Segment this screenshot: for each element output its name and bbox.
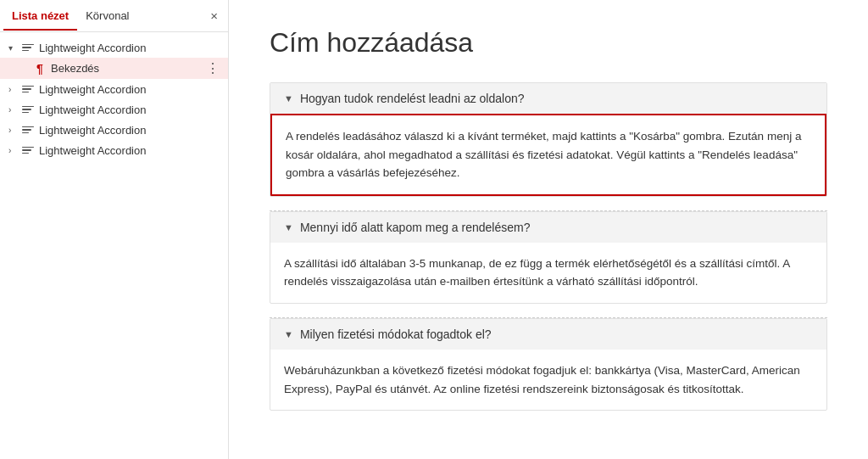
- list-icon-3: [20, 106, 36, 114]
- list-icon-0: [20, 44, 36, 52]
- accordion-header-text-1: Hogyan tudok rendelést leadni az oldalon…: [300, 92, 525, 105]
- sidebar-item-label-1: Bekezdés: [51, 62, 203, 75]
- sidebar: Lista nézet Körvonal × ▾ Lightweight Acc…: [0, 0, 229, 459]
- accordion-item-2: ▼ Mennyi idő alatt kapom meg a rendelése…: [270, 211, 827, 304]
- list-icon-5: [20, 147, 36, 154]
- accordion-header-1[interactable]: ▼ Hogyan tudok rendelést leadni az oldal…: [270, 83, 826, 114]
- accordion-arrow-1: ▼: [284, 93, 293, 104]
- accordion-header-text-2: Mennyi idő alatt kapom meg a rendelésem?: [300, 221, 531, 234]
- sidebar-item-1[interactable]: ¶ Bekezdés ⋮: [0, 58, 228, 79]
- accordion-header-3[interactable]: ▼ Milyen fizetési módokat fogadtok el?: [270, 319, 826, 350]
- toggle-icon-0: ▾: [8, 43, 20, 53]
- list-icon-4: [20, 126, 36, 134]
- sidebar-item-0[interactable]: ▾ Lightweight Accordion: [0, 37, 228, 58]
- accordion-item-3: ▼ Milyen fizetési módokat fogadtok el? W…: [270, 318, 827, 411]
- item-menu-1[interactable]: ⋮: [203, 60, 223, 76]
- accordion-header-text-3: Milyen fizetési módokat fogadtok el?: [300, 327, 492, 341]
- sidebar-item-label-3: Lightweight Accordion: [39, 104, 223, 116]
- para-icon-1: ¶: [32, 62, 47, 76]
- accordion-body-2[interactable]: A szállítási idő általában 3-5 munkanap,…: [270, 243, 826, 303]
- tab-korvonal[interactable]: Körvonal: [77, 3, 137, 31]
- toggle-icon-5: ›: [8, 146, 20, 155]
- sidebar-item-4[interactable]: › Lightweight Accordion: [0, 120, 228, 140]
- main-content: Cím hozzáadása ▼ Hogyan tudok rendelést …: [229, 0, 868, 459]
- accordion-arrow-3: ▼: [284, 329, 293, 339]
- page-title: Cím hozzáadása: [270, 27, 827, 59]
- toggle-icon-3: ›: [8, 105, 20, 115]
- sidebar-item-2[interactable]: › Lightweight Accordion: [0, 79, 228, 99]
- toggle-icon-4: ›: [8, 126, 20, 135]
- sidebar-item-5[interactable]: › Lightweight Accordion: [0, 140, 228, 160]
- close-sidebar-button[interactable]: ×: [203, 5, 225, 26]
- sidebar-item-label-0: Lightweight Accordion: [39, 42, 223, 54]
- tab-lista[interactable]: Lista nézet: [3, 3, 77, 31]
- toggle-icon-2: ›: [8, 85, 20, 94]
- accordion-header-2[interactable]: ▼ Mennyi idő alatt kapom meg a rendelése…: [270, 212, 826, 243]
- sidebar-item-label-4: Lightweight Accordion: [39, 124, 223, 137]
- accordion-body-3[interactable]: Webáruházunkban a következő fizetési mód…: [270, 350, 826, 410]
- sidebar-item-3[interactable]: › Lightweight Accordion: [0, 99, 228, 120]
- sidebar-item-label-2: Lightweight Accordion: [39, 83, 223, 96]
- accordion-item-1: ▼ Hogyan tudok rendelést leadni az oldal…: [270, 82, 827, 197]
- sidebar-tabs: Lista nézet Körvonal ×: [0, 0, 228, 32]
- sidebar-content: ▾ Lightweight Accordion ¶ Bekezdés ⋮ › L…: [0, 32, 228, 459]
- list-icon-2: [20, 86, 36, 93]
- accordion-arrow-2: ▼: [284, 222, 293, 232]
- sidebar-item-label-5: Lightweight Accordion: [39, 144, 223, 157]
- accordion-body-1[interactable]: A rendelés leadásához válaszd ki a kíván…: [270, 114, 826, 196]
